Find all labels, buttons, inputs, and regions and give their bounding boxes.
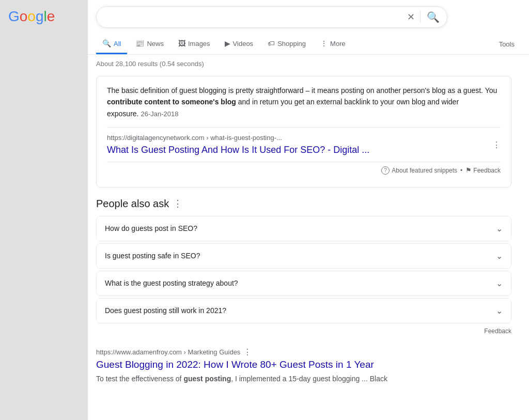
- snippet-text-before: The basic definition of guest blogging i…: [107, 86, 497, 95]
- main-content: "SEO strategies" "guest posting" ✕ 🔍 🔍 A…: [88, 0, 529, 420]
- tab-videos-label: Videos: [233, 40, 254, 48]
- about-snippets-label: About featured snippets: [392, 167, 457, 174]
- result-menu-icon[interactable]: ⋮: [243, 347, 252, 357]
- flag-icon: ⚑: [465, 166, 472, 174]
- chevron-down-icon-2: ⌄: [496, 251, 503, 261]
- result-url-row: https://www.adamenfroy.com › Marketing G…: [96, 347, 511, 357]
- paa-options-icon[interactable]: ⋮: [173, 198, 182, 209]
- feedback-label: Feedback: [473, 167, 501, 174]
- paa-feedback-link[interactable]: Feedback: [96, 325, 511, 337]
- tab-images[interactable]: 🖼 Images: [172, 34, 216, 54]
- search-box: "SEO strategies" "guest posting" ✕ 🔍: [96, 6, 447, 28]
- snippet-url-path: › what-is-guest-posting-...: [205, 134, 282, 142]
- snippet-date: 26-Jan-2018: [141, 110, 178, 118]
- nav-tabs: 🔍 All 📰 News 🖼 Images ▶ Videos 🏷 S: [96, 34, 521, 54]
- shopping-icon: 🏷: [268, 39, 275, 48]
- tab-videos[interactable]: ▶ Videos: [219, 34, 260, 54]
- tab-more-label: More: [330, 40, 346, 48]
- tab-all-label: All: [114, 40, 121, 48]
- tab-shopping-label: Shopping: [277, 40, 306, 48]
- page-layout: Google "SEO strategies" "guest posting" …: [0, 0, 529, 420]
- paa-question-4-text: Does guest posting still work in 2021?: [105, 306, 226, 315]
- snippet-source-row: https://digitalagencynetwork.com › what-…: [107, 127, 501, 157]
- paa-question-1[interactable]: How do guests post in SEO? ⌄: [97, 216, 511, 241]
- result-url-path: › Marketing Guides: [182, 348, 240, 356]
- search-icon[interactable]: 🔍: [420, 11, 440, 23]
- more-dots-icon: ⋮: [320, 39, 328, 48]
- tab-images-label: Images: [188, 40, 210, 48]
- featured-snippet: The basic definition of guest blogging i…: [96, 76, 511, 188]
- tab-news[interactable]: 📰 News: [129, 34, 170, 54]
- paa-question-3-text: What is the guest posting strategy about…: [105, 279, 238, 287]
- google-wordmark: Google: [8, 8, 55, 24]
- feedback-link[interactable]: ⚑ Feedback: [465, 166, 501, 174]
- search-input[interactable]: "SEO strategies" "guest posting": [104, 12, 407, 22]
- snippet-text-bold: contribute content to someone's blog: [107, 98, 236, 106]
- chevron-down-icon-4: ⌄: [496, 306, 503, 316]
- paa-header: People also ask ⋮: [96, 198, 511, 210]
- result-url: https://www.adamenfroy.com › Marketing G…: [96, 348, 240, 356]
- videos-icon: ▶: [225, 39, 230, 48]
- people-also-ask-section: People also ask ⋮ How do guests post in …: [96, 198, 511, 337]
- paa-question-2[interactable]: Is guest posting safe in SEO? ⌄: [97, 244, 511, 268]
- all-icon: 🔍: [102, 39, 111, 48]
- tab-shopping[interactable]: 🏷 Shopping: [261, 34, 312, 54]
- paa-item-2: Is guest posting safe in SEO? ⌄: [96, 243, 511, 269]
- clear-icon[interactable]: ✕: [407, 11, 415, 23]
- result-snippet-bold: guest posting: [183, 375, 231, 383]
- paa-question-2-text: Is guest posting safe in SEO?: [105, 252, 200, 260]
- results-count: About 28,100 results (0.54 seconds): [96, 60, 511, 68]
- tab-all[interactable]: 🔍 All: [96, 34, 127, 54]
- chevron-down-icon-3: ⌄: [496, 278, 503, 288]
- result-snippet-before: To test the effectiveness of: [96, 375, 183, 383]
- tools-tab[interactable]: Tools: [493, 35, 521, 53]
- sidebar: Google: [0, 0, 88, 420]
- result-snippet-after: , I implemented a 15-day guest blogging …: [231, 375, 387, 383]
- results-area: About 28,100 results (0.54 seconds) The …: [96, 55, 520, 390]
- paa-item-3: What is the guest posting strategy about…: [96, 271, 511, 296]
- paa-heading: People also ask: [96, 198, 169, 210]
- result-snippet: To test the effectiveness of guest posti…: [96, 374, 511, 384]
- about-snippets-link[interactable]: ? About featured snippets: [381, 166, 457, 175]
- news-icon: 📰: [135, 39, 144, 48]
- snippet-url: https://digitalagencynetwork.com › what-…: [107, 134, 488, 142]
- snippet-url-base: https://digitalagencynetwork.com: [107, 134, 205, 142]
- second-result: https://www.adamenfroy.com › Marketing G…: [96, 347, 511, 385]
- result-url-base: https://www.adamenfroy.com: [96, 348, 182, 356]
- paa-item-1: How do guests post in SEO? ⌄: [96, 216, 511, 241]
- tab-more[interactable]: ⋮ More: [314, 34, 352, 54]
- google-logo: Google: [0, 0, 88, 33]
- search-bar-row: "SEO strategies" "guest posting" ✕ 🔍: [96, 6, 521, 28]
- tab-news-label: News: [147, 40, 164, 48]
- images-icon: 🖼: [178, 39, 185, 48]
- paa-item-4: Does guest posting still work in 2021? ⌄: [96, 298, 511, 323]
- snippet-source-info: https://digitalagencynetwork.com › what-…: [107, 134, 488, 157]
- chevron-down-icon-1: ⌄: [496, 224, 503, 234]
- featured-footer: ? About featured snippets • ⚑ Feedback: [107, 162, 501, 179]
- question-mark-icon: ?: [381, 166, 390, 175]
- bullet-separator: •: [460, 167, 462, 174]
- paa-question-3[interactable]: What is the guest posting strategy about…: [97, 271, 511, 295]
- result-title[interactable]: Guest Blogging in 2022: How I Wrote 80+ …: [96, 358, 511, 372]
- snippet-text: The basic definition of guest blogging i…: [107, 85, 501, 120]
- paa-question-1-text: How do guests post in SEO?: [105, 224, 197, 232]
- header: "SEO strategies" "guest posting" ✕ 🔍 🔍 A…: [88, 0, 529, 55]
- snippet-title[interactable]: What Is Guest Posting And How Is It Used…: [107, 144, 488, 157]
- snippet-menu-icon[interactable]: ⋮: [492, 140, 501, 150]
- paa-question-4[interactable]: Does guest posting still work in 2021? ⌄: [97, 299, 511, 323]
